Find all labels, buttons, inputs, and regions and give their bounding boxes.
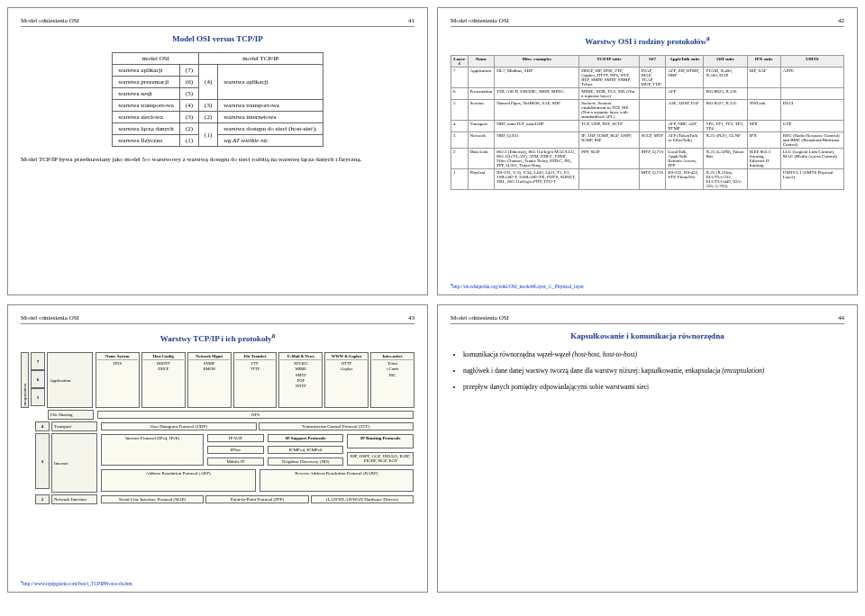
protocol-item: DNS bbox=[97, 361, 138, 367]
footnote: ahttp://www.tcpipguide.com/free/t_TCPIPP… bbox=[21, 579, 132, 586]
table-row: 7ApplicationHL7, Modbus, SDPDHCP, SIP, D… bbox=[451, 68, 844, 88]
note-text: Model TCP/IP bywa przedstawiany jako mod… bbox=[21, 156, 414, 165]
col-header: Misc. examples bbox=[495, 56, 579, 68]
table-row: 6PresentationTDI, ASCII, EBCDIC, MIDI, M… bbox=[451, 88, 844, 100]
table-row: 3NetworkNBF, Q.931IP, ARP, ICMP, BGP, OS… bbox=[451, 132, 844, 149]
list-item: komunikacja równorzędna węzeł-węzeł (hos… bbox=[463, 349, 844, 360]
layer-num-2: 2 bbox=[35, 494, 50, 504]
app-category-label: File Transfer bbox=[235, 354, 276, 360]
slide-header: Model odniesienia OSI 44 bbox=[451, 314, 844, 324]
slide-43: Model odniesienia OSI 43 Warstwy TCP/IP … bbox=[7, 304, 428, 593]
ip-box: Internet Protocol (IPv4, IPv6) bbox=[101, 434, 204, 466]
protocol-item: RMON bbox=[189, 367, 230, 372]
app-category-label: WWW & Gopher bbox=[326, 354, 367, 360]
app-category: File TransferFTPTFTP bbox=[233, 352, 278, 408]
header-right: 44 bbox=[838, 314, 844, 322]
header-left: Model odniesienia OSI bbox=[451, 17, 509, 24]
col-header: TCP/IP suite bbox=[579, 56, 640, 68]
app-category-label: Inter-active bbox=[372, 354, 413, 360]
app-category: Name SystemDNS bbox=[96, 352, 140, 408]
app-category: Inter-activeTelnetr CmdsIRC bbox=[370, 352, 414, 408]
protocol-item: Gopher bbox=[326, 367, 367, 372]
col-header: AppleTalk suite bbox=[666, 56, 704, 68]
slide-title: Kapsułkowanie i komunikacja równorzędna bbox=[451, 331, 844, 340]
protocol-item: TFTP bbox=[235, 367, 276, 372]
app-category-label: E-Mail & News bbox=[280, 354, 321, 360]
ipnat-box: IP NAT bbox=[207, 434, 264, 442]
layer-num-3: 3 bbox=[35, 433, 50, 489]
layer-num-5: 5 bbox=[31, 388, 45, 406]
nfs-box: NFS bbox=[97, 411, 414, 419]
internet-label: Internet bbox=[51, 433, 97, 493]
table-row: warstwa łącza danych (2) (1) warstwa dos… bbox=[113, 123, 323, 135]
col-header: OSI suite bbox=[704, 56, 747, 68]
header-left: Model odniesienia OSI bbox=[21, 17, 79, 24]
footnote: ahttp://en.wikipedia.org/wiki/OSI_model#… bbox=[451, 282, 584, 289]
table-row: 4TransportNBF, nanoTCP, nanoUDPTCP, UDP,… bbox=[451, 121, 844, 132]
slide-title: Warstwy OSI i rodziny protokołówa bbox=[451, 34, 844, 46]
file-sharing-label: File Sharing bbox=[48, 410, 94, 420]
app-category: WWW & GopherHTTPGopher bbox=[324, 352, 369, 408]
col-osi: model OSI bbox=[113, 53, 199, 65]
layer-protocol-table: Layer #NameMisc. examplesTCP/IP suiteSS7… bbox=[451, 55, 844, 190]
osi-tcpip-table: model OSI model TCP/IP warstwa aplikacji… bbox=[112, 52, 323, 147]
transport-label: Transport bbox=[51, 421, 97, 431]
arp-box: Address Resolution Protocol (ARP) bbox=[101, 469, 256, 492]
table-row: warstwa fizyczna (1) wg AT wielkie nic bbox=[113, 135, 323, 147]
table-row: warstwa transportowa (4) (3) warstwa tra… bbox=[113, 100, 323, 112]
encapsulation-label: encapsulation bbox=[21, 352, 29, 408]
ppp-box: Point-to-Point Protocol (PPP) bbox=[205, 495, 308, 503]
ip-routing-label: IP Routing Protocols bbox=[347, 434, 414, 448]
layer-num-7: 7 bbox=[31, 352, 45, 370]
table-row: 1PhysicalRS-232, V.35, V.34, I.430, I.43… bbox=[451, 169, 844, 190]
app-category-label: Name System bbox=[97, 354, 138, 360]
slide-title: Model OSI versus TCP/IP bbox=[21, 34, 414, 43]
header-right: 43 bbox=[408, 314, 414, 322]
ip-support-label: IP Support Protocols bbox=[268, 434, 343, 442]
table-row: warstwa aplikacji (7) (4) warstwa aplika… bbox=[113, 65, 323, 77]
app-category-label: Host Config bbox=[143, 354, 184, 360]
col-header: SS7 bbox=[639, 56, 666, 68]
list-item: nagłówek i dane danej warstwy tworzą dan… bbox=[463, 366, 844, 376]
rarp-box: Reverse Address Resolution Protocol (RAR… bbox=[260, 469, 414, 492]
protocol-item: NNTP bbox=[280, 384, 321, 389]
header-left: Model odniesienia OSI bbox=[21, 314, 79, 322]
application-group-label: Application bbox=[47, 352, 93, 408]
col-tcpip: model TCP/IP bbox=[199, 53, 323, 65]
table-row: warstwa sieciowa (3) (2) warstwa interne… bbox=[113, 112, 323, 123]
app-category: Network MgmtSNMPRMON bbox=[187, 352, 232, 408]
tcpip-protocol-diagram: encapsulation 7 6 5 Application Name Sys… bbox=[21, 352, 414, 504]
icmp-box: ICMPv4, ICMPv6 bbox=[268, 446, 343, 454]
nd-box: Neighbor Discovery (ND) bbox=[268, 457, 343, 466]
udp-box: User Datagram Protocol (UDP) bbox=[101, 422, 257, 430]
protocol-item: IRC bbox=[372, 373, 413, 378]
slide-44: Model odniesienia OSI 44 Kapsułkowanie i… bbox=[437, 304, 858, 593]
table-row: 2Data Link802.3 (Ethernet), 802.11a/b/g/… bbox=[451, 149, 844, 169]
layer-num-6: 6 bbox=[31, 370, 45, 388]
slide-header: Model odniesienia OSI 43 bbox=[21, 314, 414, 324]
tcp-box: Transmission Control Protocol (TCP) bbox=[259, 422, 414, 430]
slide-41: Model odniesienia OSI 41 Model OSI versu… bbox=[7, 7, 428, 295]
hw-drivers-box: (LAN/WLAN/WAN Hardware Drivers) bbox=[311, 495, 414, 503]
app-category: E-Mail & NewsRFC822MIMESMTPPOPNNTP bbox=[278, 352, 323, 408]
col-header: Layer # bbox=[451, 56, 469, 68]
list-item: przepływ danych pomiędzy odpowiadającymi… bbox=[463, 382, 844, 393]
slide-header: Model odniesienia OSI 42 bbox=[451, 17, 844, 27]
bullet-list: komunikacja równorzędna węzeł-węzeł (hos… bbox=[451, 349, 844, 393]
header-left: Model odniesienia OSI bbox=[451, 314, 509, 322]
slip-box: Serial Line Interface Protocol (SLIP) bbox=[101, 495, 204, 503]
header-right: 41 bbox=[408, 17, 414, 24]
app-category: Host ConfigBOOTPDHCP bbox=[141, 352, 186, 408]
slide-title: Warstwy TCP/IP i ich protokołya bbox=[21, 331, 414, 343]
slide-header: Model odniesienia OSI 41 bbox=[21, 17, 414, 27]
mobileip-box: Mobile IP bbox=[207, 457, 264, 466]
ipsec-box: IPSec bbox=[207, 446, 264, 454]
col-header: IPX suite bbox=[747, 56, 780, 68]
header-right: 42 bbox=[838, 17, 844, 24]
table-row: 5SessionNamed Pipes, NetBIOS, SAP, SDPSo… bbox=[451, 100, 844, 121]
slide-42: Model odniesienia OSI 42 Warstwy OSI i r… bbox=[437, 7, 858, 295]
col-header: Name bbox=[468, 56, 495, 68]
app-category-label: Network Mgmt bbox=[189, 354, 230, 360]
col-header: UMTS bbox=[780, 56, 843, 68]
routing-items-box: RIP, OSPF, GGP, HELLO, IGRP, EIGRP, BGP,… bbox=[347, 452, 414, 467]
